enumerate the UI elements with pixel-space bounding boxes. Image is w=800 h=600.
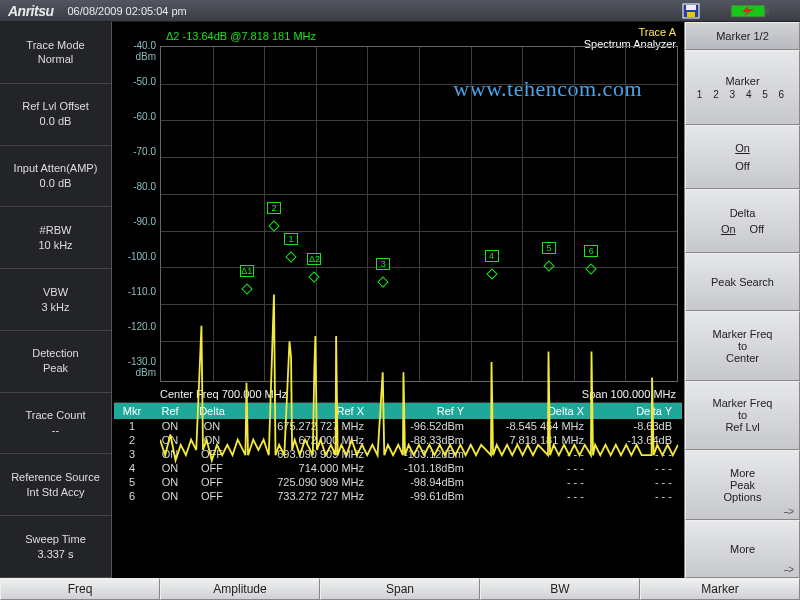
softkey-more[interactable]: More bbox=[685, 520, 800, 578]
svg-rect-2 bbox=[687, 12, 695, 17]
svg-rect-1 bbox=[686, 5, 696, 10]
y-tick: -40.0 dBm bbox=[114, 40, 156, 62]
param-input-atten: Input Atten(AMP)0.0 dB bbox=[0, 146, 111, 208]
hardkey-freq[interactable]: Freq bbox=[0, 578, 160, 600]
battery-icon bbox=[730, 4, 770, 18]
marker-label[interactable]: 4 bbox=[485, 250, 499, 262]
softkey-title: Marker 1/2 bbox=[685, 22, 800, 50]
softkey-marker-to-center[interactable]: Marker FreqtoCenter bbox=[685, 311, 800, 381]
param-trace-count: Trace Count-- bbox=[0, 393, 111, 455]
brand-logo: Anritsu bbox=[0, 3, 62, 19]
param-sweep-time: Sweep Time3.337 s bbox=[0, 516, 111, 578]
param-trace-mode: Trace ModeNormal bbox=[0, 22, 111, 84]
softkey-on-off[interactable]: On Off bbox=[685, 125, 800, 189]
softkey-delta[interactable]: Delta OnOff bbox=[685, 189, 800, 253]
hardkey-bw[interactable]: BW bbox=[480, 578, 640, 600]
marker-label[interactable]: 3 bbox=[376, 258, 390, 270]
softkey-marker-to-reflvl[interactable]: Marker FreqtoRef Lvl bbox=[685, 381, 800, 451]
softkey-marker-select[interactable]: Marker 1 2 3 4 5 6 bbox=[685, 50, 800, 125]
marker-label[interactable]: 6 bbox=[584, 245, 598, 257]
marker-label[interactable]: 2 bbox=[267, 202, 281, 214]
hardkey-span[interactable]: Span bbox=[320, 578, 480, 600]
spectrum-plot[interactable]: Trace A Spectrum Analyzer Δ2 -13.64dB @7… bbox=[114, 26, 682, 386]
softkey-more-peak-options[interactable]: MorePeakOptions bbox=[685, 450, 800, 520]
param-rbw: #RBW10 kHz bbox=[0, 207, 111, 269]
param-detection: DetectionPeak bbox=[0, 331, 111, 393]
trace-waveform bbox=[160, 46, 678, 512]
marker-label[interactable]: 5 bbox=[542, 242, 556, 254]
svg-rect-4 bbox=[765, 8, 769, 14]
softkey-peak-search[interactable]: Peak Search bbox=[685, 253, 800, 311]
param-vbw: VBW3 kHz bbox=[0, 269, 111, 331]
hardkey-amplitude[interactable]: Amplitude bbox=[160, 578, 320, 600]
softkey-column: Marker 1/2 Marker 1 2 3 4 5 6 On Off Del… bbox=[684, 22, 800, 578]
marker-label[interactable]: Δ2 bbox=[307, 253, 321, 265]
marker-label[interactable]: 1 bbox=[284, 233, 298, 245]
datetime: 06/08/2009 02:05:04 pm bbox=[68, 5, 187, 17]
bottom-hardkeys: Freq Amplitude Span BW Marker bbox=[0, 578, 800, 600]
param-ref-lvl-offset: Ref Lvl Offset0.0 dB bbox=[0, 84, 111, 146]
param-ref-source: Reference SourceInt Std Accy bbox=[0, 454, 111, 516]
delta-readout: Δ2 -13.64dB @7.818 181 MHz bbox=[166, 30, 316, 42]
hardkey-marker[interactable]: Marker bbox=[640, 578, 800, 600]
left-params: Trace ModeNormal Ref Lvl Offset0.0 dB In… bbox=[0, 22, 112, 578]
marker-label[interactable]: Δ1 bbox=[240, 265, 254, 277]
save-disk-icon[interactable] bbox=[682, 3, 700, 19]
titlebar: Anritsu 06/08/2009 02:05:04 pm bbox=[0, 0, 800, 22]
